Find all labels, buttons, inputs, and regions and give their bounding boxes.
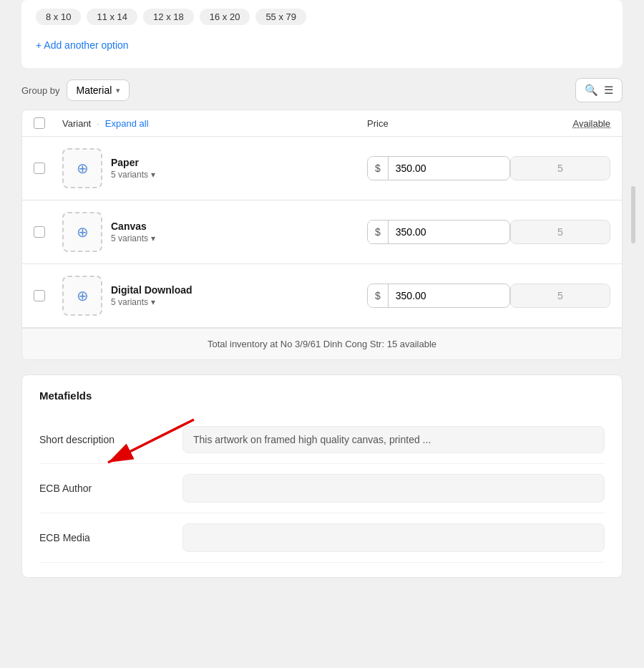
row-0-currency-symbol: $ <box>368 157 389 180</box>
metafield-row-ecb-media: ECB Media <box>39 513 605 563</box>
row-0-image-box[interactable]: ⊕ <box>62 148 102 188</box>
row-0-price-input[interactable] <box>389 157 474 180</box>
table-header: Variant · Expand all Price Available <box>22 110 622 137</box>
metafield-row-ecb-author: ECB Author <box>39 464 605 513</box>
metafield-label-ecb-media: ECB Media <box>39 532 168 543</box>
row-1-price-wrapper: $ <box>367 220 510 244</box>
metafield-label-ecb-author: ECB Author <box>39 483 168 494</box>
dot-separator: · <box>97 118 99 129</box>
metafield-value-ecb-media[interactable] <box>182 523 605 552</box>
group-by-selected: Material <box>76 84 112 96</box>
header-available-label: Available <box>510 118 610 129</box>
row-0-available: 5 <box>510 156 610 180</box>
row-2-name: Digital Download <box>111 284 192 296</box>
expand-all-button[interactable]: Expand all <box>105 118 149 129</box>
scrollbar-hint <box>631 186 635 243</box>
page-wrapper: 8 x 10 11 x 14 12 x 18 16 x 20 55 x 79 +… <box>0 0 644 668</box>
row-2-text: Digital Download 5 variants ▾ <box>111 284 192 307</box>
row-1-variant-info: ⊕ Canvas 5 variants ▾ <box>62 212 367 252</box>
add-another-button[interactable]: + Add another option <box>36 37 129 54</box>
group-by-row: Group by Material ▾ 🔍 ☰ <box>21 68 623 110</box>
size-pills-container: 8 x 10 11 x 14 12 x 18 16 x 20 55 x 79 <box>36 9 608 25</box>
row-2-currency-symbol: $ <box>368 284 389 307</box>
size-pill-3: 16 x 20 <box>200 9 250 25</box>
header-variant-label: Variant <box>62 118 91 129</box>
row-2-chevron: ▾ <box>151 297 155 307</box>
row-2-count[interactable]: 5 variants ▾ <box>111 297 192 307</box>
search-icon: 🔍 <box>585 84 598 97</box>
group-by-label: Group by <box>21 85 59 96</box>
total-inventory-row: Total inventory at No 3/9/61 Dinh Cong S… <box>22 328 622 359</box>
row-1-checkbox[interactable] <box>34 226 45 238</box>
header-price-label: Price <box>367 118 510 129</box>
toolbar-icons[interactable]: 🔍 ☰ <box>575 78 623 102</box>
row-1-available: 5 <box>510 220 610 244</box>
row-2-price-wrapper: $ <box>367 284 510 308</box>
metafield-label-short-description: Short description <box>39 434 168 445</box>
row-1-chevron: ▾ <box>151 233 155 243</box>
metafields-title: Metafields <box>39 389 605 402</box>
total-inventory-text: Total inventory at No 3/9/61 Dinh Cong S… <box>208 339 436 349</box>
table-row: ⊕ Canvas 5 variants ▾ $ 5 <box>22 200 622 264</box>
table-row: ⊕ Paper 5 variants ▾ $ 5 <box>22 137 622 200</box>
size-pill-2: 12 x 18 <box>143 9 194 25</box>
chevron-down-icon: ▾ <box>116 86 120 95</box>
row-1-count[interactable]: 5 variants ▾ <box>111 233 155 243</box>
row-0-count[interactable]: 5 variants ▾ <box>111 170 155 180</box>
row-0-name: Paper <box>111 157 155 168</box>
metafields-section: Metafields Short description This artwor… <box>21 374 623 578</box>
metafield-value-ecb-author[interactable] <box>182 474 605 503</box>
top-section: 8 x 10 11 x 14 12 x 18 16 x 20 55 x 79 +… <box>21 0 623 68</box>
row-1-text: Canvas 5 variants ▾ <box>111 221 155 243</box>
table-row: ⊕ Digital Download 5 variants ▾ $ 5 <box>22 264 622 328</box>
size-pill-0: 8 x 10 <box>36 9 81 25</box>
metafield-row-short-description: Short description This artwork on framed… <box>39 416 605 464</box>
row-1-name: Canvas <box>111 221 155 232</box>
variants-table: Variant · Expand all Price Available ⊕ P… <box>21 110 623 360</box>
select-all-checkbox[interactable] <box>34 117 45 129</box>
row-0-text: Paper 5 variants ▾ <box>111 157 155 180</box>
group-by-left: Group by Material ▾ <box>21 79 130 101</box>
header-variant-cell: Variant · Expand all <box>62 118 367 129</box>
row-2-price-input[interactable] <box>389 284 474 307</box>
row-2-image-box[interactable]: ⊕ <box>62 276 102 316</box>
row-2-variant-info: ⊕ Digital Download 5 variants ▾ <box>62 276 367 316</box>
row-0-variant-info: ⊕ Paper 5 variants ▾ <box>62 148 367 188</box>
size-pill-1: 11 x 14 <box>87 9 137 25</box>
row-2-checkbox[interactable] <box>34 290 45 301</box>
size-pill-4: 55 x 79 <box>255 9 306 25</box>
row-1-currency-symbol: $ <box>368 221 389 243</box>
image-placeholder-icon: ⊕ <box>77 160 89 177</box>
row-1-image-box[interactable]: ⊕ <box>62 212 102 252</box>
image-placeholder-icon: ⊕ <box>77 287 89 304</box>
filter-icon: ☰ <box>604 84 613 97</box>
row-0-checkbox[interactable] <box>34 163 45 174</box>
group-by-dropdown[interactable]: Material ▾ <box>67 79 130 101</box>
row-0-price-wrapper: $ <box>367 156 510 180</box>
row-0-chevron: ▾ <box>151 170 155 180</box>
row-2-available: 5 <box>510 284 610 308</box>
metafield-value-short-description[interactable]: This artwork on framed high quality canv… <box>182 426 605 453</box>
image-placeholder-icon: ⊕ <box>77 223 89 241</box>
row-1-price-input[interactable] <box>389 221 474 243</box>
